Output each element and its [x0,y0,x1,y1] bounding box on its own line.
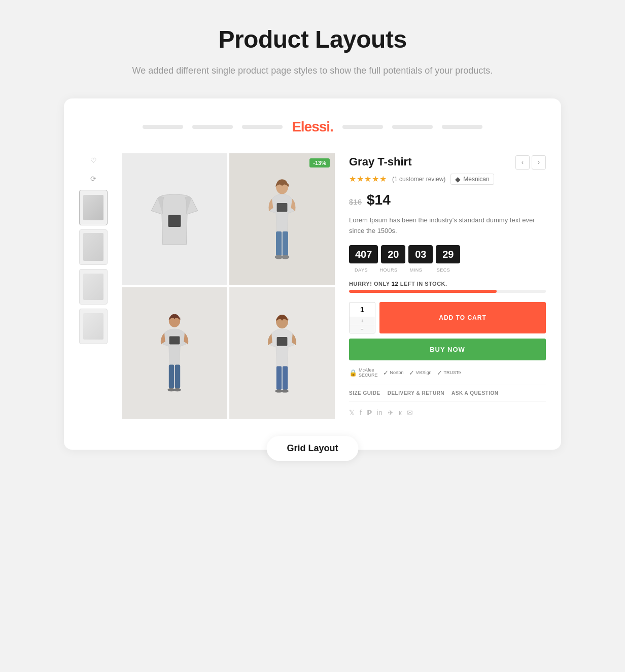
svg-rect-16 [283,366,288,389]
size-guide-link[interactable]: SIZE GUIDE [349,390,380,396]
security-badges: 🔒 McAfeeSECURE ✓ Norton ✓ VetSign ✓ TRUS… [349,367,546,378]
page-subtitle: We added different single product page s… [132,63,493,78]
nav-line [342,125,383,129]
thumbnail-column: ♡ ⟳ [79,153,108,419]
nav-line [242,125,283,129]
days-label: DAYS [349,267,373,273]
buy-now-button[interactable]: BUY NOW [349,339,546,360]
page-title: Product Layouts [132,25,493,53]
product-images-grid: -13% [122,153,335,419]
svg-rect-3 [276,231,282,256]
svg-point-12 [173,388,181,391]
mcafee-badge: 🔒 McAfeeSECURE [349,367,378,378]
layout-label: Grid Layout [287,443,338,453]
truste-badge: ✓ TRUSTe [437,369,461,377]
sale-price: $14 [367,192,391,208]
compare-icon[interactable]: ⟳ [79,172,108,186]
product-card: Elessi. ♡ ⟳ [64,98,561,450]
add-to-cart-button[interactable]: ADD TO CART [379,302,546,333]
quantity-input[interactable]: 1 + − [349,302,375,333]
countdown-days: 407 [349,245,378,263]
quantity-increment[interactable]: + [350,317,375,325]
product-description: Lorem Ipsum has been the industry's stan… [349,215,546,237]
hours-label: HOURS [376,267,401,273]
secs-label: SECS [431,267,456,273]
price-row: $16 $14 [349,192,546,208]
product-image-2: -13% [229,153,335,285]
star-rating: ★★★★★ [349,174,387,184]
svg-rect-2 [277,203,288,212]
original-price: $16 [349,197,362,206]
countdown-labels: DAYS HOURS MINS SECS [349,267,546,273]
product-image-4 [229,287,335,419]
svg-rect-14 [277,337,288,346]
mcafee-icon: 🔒 [349,369,357,377]
next-product-button[interactable]: › [532,155,546,170]
svg-rect-0 [168,215,181,226]
brand-diamond-icon: ◆ [455,175,461,183]
countdown-timer: 407 20 03 29 [349,245,546,263]
svg-rect-4 [283,231,288,256]
prev-product-button[interactable]: ‹ [515,155,530,170]
telegram-icon[interactable]: ✈ [388,409,394,417]
brand-logo: Elessi. [292,119,333,135]
vetsign-icon: ✓ [409,369,414,377]
delivery-return-link[interactable]: DELIVERY & RETURN [388,390,444,396]
nav-line [442,125,482,129]
stock-progress-fill [349,290,497,293]
svg-rect-9 [169,364,174,388]
vk-icon[interactable]: к [399,409,402,417]
ask-question-link[interactable]: ASK A QUESTION [452,390,498,396]
quantity-decrement[interactable]: − [350,325,375,333]
nav-line [192,125,233,129]
product-name: Gray T-shirt [349,155,411,169]
countdown-hours: 20 [381,245,405,263]
thumbnail-2[interactable] [79,229,108,265]
stock-text: HURRY! ONLY 12 LEFT IN STOCK. [349,281,546,287]
norton-icon: ✓ [383,369,389,377]
sale-badge: -13% [309,158,330,167]
countdown-secs: 29 [436,245,460,263]
norton-badge: ✓ Norton [383,369,404,377]
mins-label: MINS [404,267,428,273]
product-info: Gray T-shirt ‹ › ★★★★★ (1 customer revie… [349,153,546,419]
vetsign-badge: ✓ VetSign [409,369,432,377]
twitter-icon[interactable]: 𝕏 [349,409,355,417]
product-image-1 [122,153,227,285]
thumbnail-1[interactable] [79,190,108,225]
svg-rect-15 [276,366,282,389]
svg-rect-10 [175,364,180,388]
mock-nav: Elessi. [79,119,546,135]
email-icon[interactable]: ✉ [407,409,413,417]
thumbnail-3[interactable] [79,269,108,305]
social-icons: 𝕏 f 𝗣 in ✈ к ✉ [349,409,546,417]
svg-rect-8 [169,336,180,344]
layout-label-container: Grid Layout [266,436,358,461]
pinterest-icon[interactable]: 𝗣 [367,409,372,417]
svg-point-6 [281,255,289,259]
product-layout: ♡ ⟳ [79,153,546,419]
svg-point-18 [281,389,288,392]
nav-line [392,125,433,129]
page-header: Product Layouts We added different singl… [132,25,493,78]
stock-progress-bar [349,290,546,293]
quantity-value: 1 [350,303,375,317]
linkedin-icon[interactable]: in [377,409,383,417]
thumbnail-4[interactable] [79,309,108,344]
facebook-icon[interactable]: f [360,409,362,417]
wishlist-icon[interactable]: ♡ [79,153,108,167]
product-image-3 [122,287,227,419]
rating-row: ★★★★★ (1 customer review) ◆ Mesnican [349,174,546,185]
countdown-mins: 03 [408,245,433,263]
review-count: (1 customer review) [392,176,445,183]
brand-logo: ◆ Mesnican [450,174,494,185]
nav-line [143,125,183,129]
cart-row: 1 + − ADD TO CART [349,302,546,333]
product-links: SIZE GUIDE DELIVERY & RETURN ASK A QUEST… [349,385,546,401]
truste-icon: ✓ [437,369,442,377]
